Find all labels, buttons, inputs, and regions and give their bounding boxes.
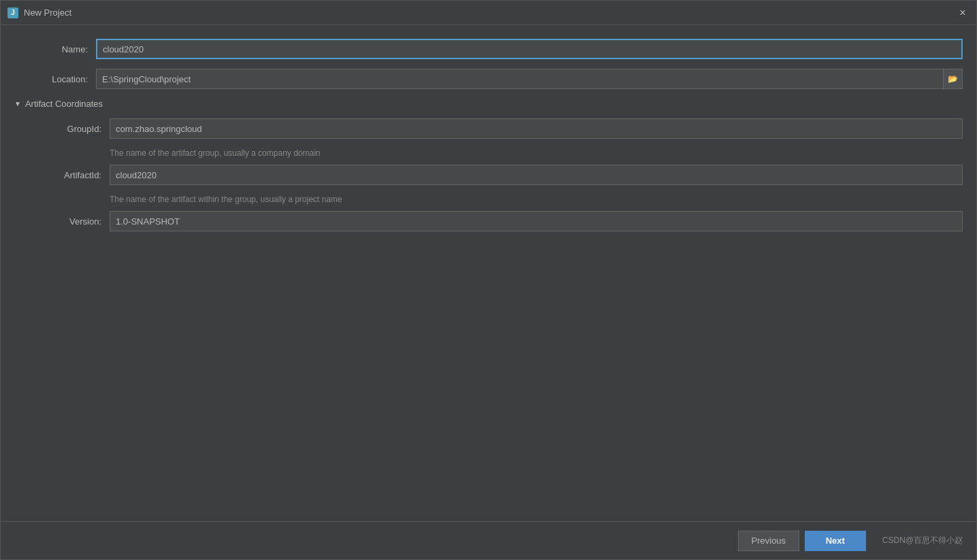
groupid-row: GroupId: [28, 118, 963, 139]
folder-icon: 📂 [948, 74, 958, 84]
version-input-wrapper [110, 211, 963, 231]
location-input[interactable] [96, 69, 944, 89]
dialog-content: Name: Location: 📂 ▼ Artifact Coordinates [1, 25, 976, 521]
close-button[interactable]: × [956, 6, 970, 20]
title-bar-left: J New Project [7, 7, 71, 18]
version-label: Version: [28, 216, 110, 227]
section-arrow-icon: ▼ [14, 100, 21, 108]
previous-button[interactable]: Previous [738, 531, 799, 551]
dialog-footer: Previous Next CSDN@百思不得小赵 [1, 521, 976, 559]
artifactid-hint: The name of the artifact within the grou… [28, 195, 963, 204]
groupid-input[interactable] [110, 118, 963, 139]
location-label: Location: [14, 74, 96, 84]
browse-folder-button[interactable]: 📂 [944, 69, 963, 89]
location-input-wrapper: 📂 [96, 69, 963, 89]
artifactid-label: ArtifactId: [28, 170, 110, 180]
new-project-dialog: J New Project × Name: Location: 📂 ▼ [0, 0, 977, 560]
location-row: Location: 📂 [14, 69, 963, 89]
artifactid-input-wrapper [110, 165, 963, 185]
artifactid-row: ArtifactId: [28, 165, 963, 185]
groupid-hint: The name of the artifact group, usually … [28, 148, 963, 158]
artifactid-input[interactable] [110, 165, 963, 185]
name-row: Name: [14, 39, 963, 59]
section-title: Artifact Coordinates [25, 99, 103, 109]
next-button[interactable]: Next [805, 531, 866, 551]
groupid-label: GroupId: [28, 124, 110, 134]
version-row: Version: [28, 211, 963, 231]
title-bar: J New Project × [1, 1, 976, 25]
name-input[interactable] [96, 39, 963, 59]
version-input[interactable] [110, 211, 963, 231]
dialog-title: New Project [24, 7, 71, 18]
groupid-input-wrapper [110, 118, 963, 139]
artifact-coordinates-content: GroupId: The name of the artifact group,… [14, 118, 963, 231]
app-icon: J [7, 7, 18, 18]
artifact-coordinates-section[interactable]: ▼ Artifact Coordinates [14, 99, 963, 109]
name-label: Name: [14, 44, 96, 54]
name-input-wrapper [96, 39, 963, 59]
watermark-text: CSDN@百思不得小赵 [882, 535, 963, 546]
